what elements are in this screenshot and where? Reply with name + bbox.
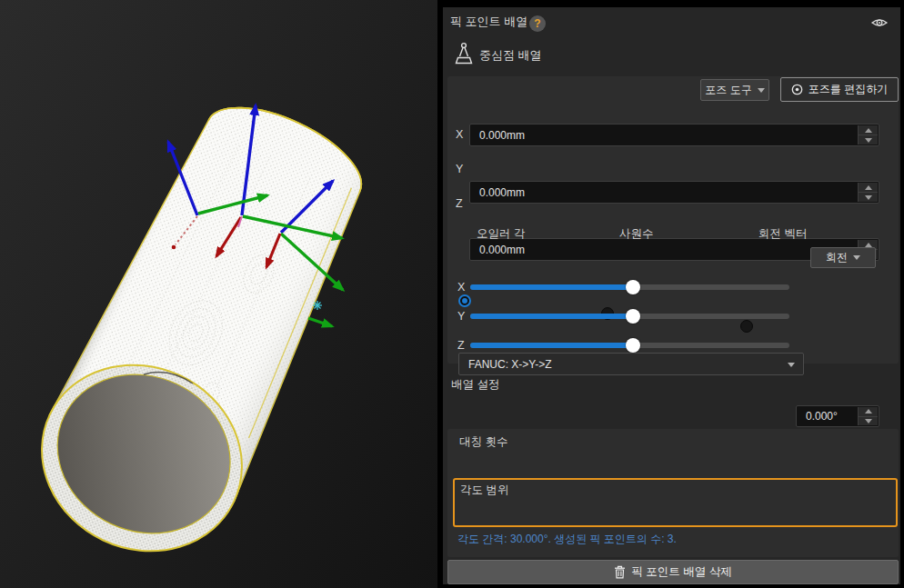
step-up-icon[interactable]	[859, 183, 878, 192]
slider-x-thumb[interactable]	[626, 280, 640, 294]
slider-y-label: Y	[457, 310, 465, 323]
selection-marker	[313, 301, 322, 310]
symmetry-count-label: 대칭 횟수	[459, 434, 507, 450]
euler-convention-dropdown[interactable]: FANUC: X->Y->Z	[458, 353, 804, 375]
pose-tools-label: 포즈 도구	[705, 83, 751, 98]
chevron-down-icon	[853, 255, 860, 260]
position-x-stepper[interactable]	[858, 125, 878, 145]
pick-point-array-panel: 픽 포인트 배열 ? 중심점 배열 포즈 도구 포즈를 편집하기	[443, 7, 900, 584]
panel-title: 픽 포인트 배열	[450, 14, 527, 30]
radio-rotation-vector[interactable]	[740, 320, 753, 333]
step-up-icon[interactable]	[859, 407, 878, 416]
position-x-input[interactable]: 0.000mm	[469, 124, 879, 146]
step-down-icon[interactable]	[859, 135, 878, 145]
radio-euler-angles-label[interactable]: 오일러 각	[477, 226, 525, 242]
delete-button-label: 픽 포인트 배열 삭제	[631, 564, 731, 580]
radio-quaternion-label[interactable]: 사원수	[619, 226, 654, 242]
slider-x[interactable]	[470, 284, 789, 290]
center-point-tool-icon	[454, 42, 474, 65]
rotation-x-stepper[interactable]	[858, 407, 878, 425]
help-icon[interactable]: ?	[529, 15, 546, 32]
target-icon	[791, 84, 803, 95]
tool-subtitle: 중심점 배열	[479, 47, 542, 64]
position-x-value: 0.000mm	[479, 129, 525, 142]
pick-point-array-window: 픽 포인트 배열 ? 중심점 배열 포즈 도구 포즈를 편집하기	[0, 0, 904, 588]
position-y-label: Y	[456, 163, 463, 175]
rotate-button-label: 회전	[826, 250, 848, 265]
slider-y-thumb[interactable]	[626, 309, 640, 324]
edit-pose-label: 포즈를 편집하기	[809, 82, 888, 97]
slider-z[interactable]	[470, 343, 789, 348]
position-x-label: X	[456, 128, 463, 141]
pose-tools-button[interactable]: 포즈 도구	[700, 79, 769, 101]
3d-viewport[interactable]	[0, 0, 437, 588]
position-z-value: 0.000mm	[479, 244, 525, 256]
visibility-eye-icon[interactable]	[871, 16, 888, 29]
delete-pick-point-array-button[interactable]: 픽 포인트 배열 삭제	[447, 560, 899, 584]
array-settings-label: 배열 설정	[451, 377, 499, 393]
rotation-x-value: 0.000°	[806, 410, 838, 423]
radio-rotation-vector-label[interactable]: 회전 벡터	[758, 226, 807, 242]
trash-icon	[614, 565, 626, 579]
rotate-button[interactable]: 회전	[810, 247, 876, 268]
pose-group-box	[447, 76, 899, 364]
slider-y[interactable]	[470, 314, 789, 319]
euler-convention-value: FANUC: X->Y->Z	[468, 358, 552, 371]
position-y-value: 0.000mm	[479, 186, 525, 199]
position-y-stepper[interactable]	[858, 183, 878, 202]
radio-euler-angles[interactable]	[458, 294, 471, 307]
angle-range-highlight	[453, 478, 898, 527]
slider-z-label: Z	[457, 339, 465, 352]
point-cloud-scene	[0, 0, 437, 588]
slider-z-thumb[interactable]	[626, 338, 640, 353]
step-down-icon[interactable]	[859, 416, 878, 426]
step-down-icon[interactable]	[859, 192, 878, 202]
rotation-x-input[interactable]: 0.000°	[796, 405, 879, 427]
array-status-text: 각도 간격: 30.000°. 생성된 픽 포인트의 수: 3.	[457, 532, 677, 547]
chevron-down-icon	[788, 363, 795, 367]
position-y-input[interactable]: 0.000mm	[469, 181, 879, 204]
slider-x-label: X	[457, 281, 465, 294]
edit-pose-button[interactable]: 포즈를 편집하기	[780, 77, 899, 102]
chevron-down-icon	[758, 88, 765, 93]
step-up-icon[interactable]	[859, 125, 878, 135]
angle-range-label: 각도 범위	[460, 483, 508, 498]
position-z-label: Z	[456, 197, 463, 210]
